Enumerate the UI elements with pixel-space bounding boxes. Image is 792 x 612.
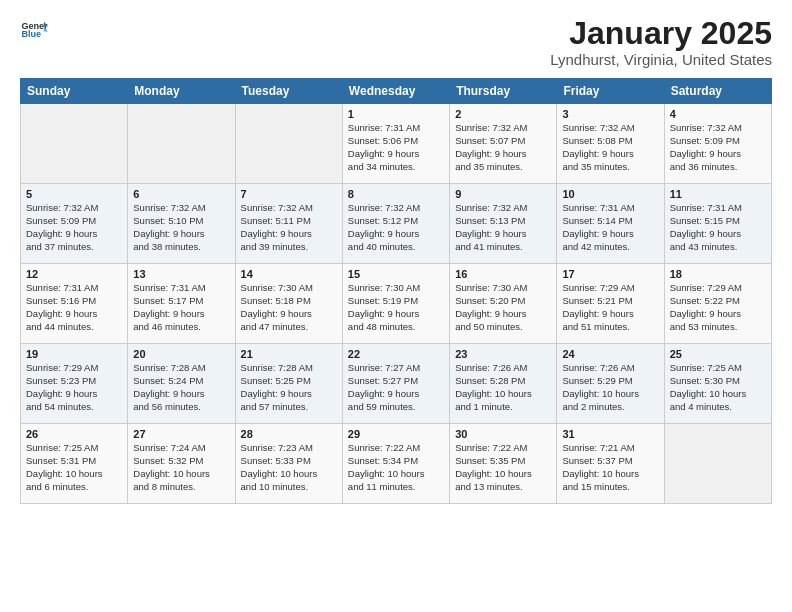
header-cell-thursday: Thursday	[450, 79, 557, 104]
day-number: 15	[348, 268, 444, 280]
day-number: 5	[26, 188, 122, 200]
day-number: 24	[562, 348, 658, 360]
calendar-cell: 13Sunrise: 7:31 AM Sunset: 5:17 PM Dayli…	[128, 264, 235, 344]
calendar-cell: 2Sunrise: 7:32 AM Sunset: 5:07 PM Daylig…	[450, 104, 557, 184]
calendar-week-2: 5Sunrise: 7:32 AM Sunset: 5:09 PM Daylig…	[21, 184, 772, 264]
day-number: 3	[562, 108, 658, 120]
header: General Blue January 2025 Lyndhurst, Vir…	[20, 16, 772, 68]
day-number: 27	[133, 428, 229, 440]
day-info: Sunrise: 7:31 AM Sunset: 5:16 PM Dayligh…	[26, 282, 122, 333]
day-number: 18	[670, 268, 766, 280]
day-number: 1	[348, 108, 444, 120]
calendar-header-row: SundayMondayTuesdayWednesdayThursdayFrid…	[21, 79, 772, 104]
header-cell-monday: Monday	[128, 79, 235, 104]
day-info: Sunrise: 7:29 AM Sunset: 5:22 PM Dayligh…	[670, 282, 766, 333]
day-info: Sunrise: 7:32 AM Sunset: 5:09 PM Dayligh…	[670, 122, 766, 173]
day-info: Sunrise: 7:22 AM Sunset: 5:35 PM Dayligh…	[455, 442, 551, 493]
calendar-cell: 17Sunrise: 7:29 AM Sunset: 5:21 PM Dayli…	[557, 264, 664, 344]
day-info: Sunrise: 7:31 AM Sunset: 5:17 PM Dayligh…	[133, 282, 229, 333]
day-info: Sunrise: 7:24 AM Sunset: 5:32 PM Dayligh…	[133, 442, 229, 493]
day-number: 8	[348, 188, 444, 200]
calendar-cell: 3Sunrise: 7:32 AM Sunset: 5:08 PM Daylig…	[557, 104, 664, 184]
day-info: Sunrise: 7:26 AM Sunset: 5:29 PM Dayligh…	[562, 362, 658, 413]
month-title: January 2025	[550, 16, 772, 51]
day-number: 19	[26, 348, 122, 360]
day-info: Sunrise: 7:32 AM Sunset: 5:13 PM Dayligh…	[455, 202, 551, 253]
calendar-cell: 5Sunrise: 7:32 AM Sunset: 5:09 PM Daylig…	[21, 184, 128, 264]
calendar-cell: 6Sunrise: 7:32 AM Sunset: 5:10 PM Daylig…	[128, 184, 235, 264]
calendar-cell: 27Sunrise: 7:24 AM Sunset: 5:32 PM Dayli…	[128, 424, 235, 504]
day-info: Sunrise: 7:28 AM Sunset: 5:24 PM Dayligh…	[133, 362, 229, 413]
day-info: Sunrise: 7:28 AM Sunset: 5:25 PM Dayligh…	[241, 362, 337, 413]
day-info: Sunrise: 7:31 AM Sunset: 5:14 PM Dayligh…	[562, 202, 658, 253]
calendar-cell: 10Sunrise: 7:31 AM Sunset: 5:14 PM Dayli…	[557, 184, 664, 264]
day-number: 7	[241, 188, 337, 200]
header-cell-wednesday: Wednesday	[342, 79, 449, 104]
day-info: Sunrise: 7:32 AM Sunset: 5:09 PM Dayligh…	[26, 202, 122, 253]
day-number: 17	[562, 268, 658, 280]
calendar-cell: 23Sunrise: 7:26 AM Sunset: 5:28 PM Dayli…	[450, 344, 557, 424]
title-area: January 2025 Lyndhurst, Virginia, United…	[550, 16, 772, 68]
calendar-cell: 11Sunrise: 7:31 AM Sunset: 5:15 PM Dayli…	[664, 184, 771, 264]
calendar-cell: 30Sunrise: 7:22 AM Sunset: 5:35 PM Dayli…	[450, 424, 557, 504]
header-cell-tuesday: Tuesday	[235, 79, 342, 104]
calendar-cell: 31Sunrise: 7:21 AM Sunset: 5:37 PM Dayli…	[557, 424, 664, 504]
calendar-cell: 8Sunrise: 7:32 AM Sunset: 5:12 PM Daylig…	[342, 184, 449, 264]
day-number: 20	[133, 348, 229, 360]
calendar-week-1: 1Sunrise: 7:31 AM Sunset: 5:06 PM Daylig…	[21, 104, 772, 184]
day-number: 23	[455, 348, 551, 360]
location-title: Lyndhurst, Virginia, United States	[550, 51, 772, 68]
day-info: Sunrise: 7:21 AM Sunset: 5:37 PM Dayligh…	[562, 442, 658, 493]
calendar-week-5: 26Sunrise: 7:25 AM Sunset: 5:31 PM Dayli…	[21, 424, 772, 504]
day-number: 29	[348, 428, 444, 440]
calendar-cell: 16Sunrise: 7:30 AM Sunset: 5:20 PM Dayli…	[450, 264, 557, 344]
day-info: Sunrise: 7:32 AM Sunset: 5:12 PM Dayligh…	[348, 202, 444, 253]
day-info: Sunrise: 7:30 AM Sunset: 5:20 PM Dayligh…	[455, 282, 551, 333]
day-number: 2	[455, 108, 551, 120]
calendar-cell: 7Sunrise: 7:32 AM Sunset: 5:11 PM Daylig…	[235, 184, 342, 264]
calendar-cell: 4Sunrise: 7:32 AM Sunset: 5:09 PM Daylig…	[664, 104, 771, 184]
day-number: 26	[26, 428, 122, 440]
calendar-cell: 12Sunrise: 7:31 AM Sunset: 5:16 PM Dayli…	[21, 264, 128, 344]
day-number: 21	[241, 348, 337, 360]
calendar-cell: 24Sunrise: 7:26 AM Sunset: 5:29 PM Dayli…	[557, 344, 664, 424]
logo: General Blue	[20, 16, 48, 44]
calendar-cell: 19Sunrise: 7:29 AM Sunset: 5:23 PM Dayli…	[21, 344, 128, 424]
day-number: 13	[133, 268, 229, 280]
day-number: 30	[455, 428, 551, 440]
svg-text:Blue: Blue	[21, 29, 41, 39]
day-number: 28	[241, 428, 337, 440]
day-info: Sunrise: 7:25 AM Sunset: 5:31 PM Dayligh…	[26, 442, 122, 493]
day-number: 12	[26, 268, 122, 280]
day-info: Sunrise: 7:32 AM Sunset: 5:10 PM Dayligh…	[133, 202, 229, 253]
calendar-cell	[664, 424, 771, 504]
day-info: Sunrise: 7:31 AM Sunset: 5:15 PM Dayligh…	[670, 202, 766, 253]
day-info: Sunrise: 7:31 AM Sunset: 5:06 PM Dayligh…	[348, 122, 444, 173]
day-number: 9	[455, 188, 551, 200]
day-number: 31	[562, 428, 658, 440]
day-number: 14	[241, 268, 337, 280]
day-info: Sunrise: 7:23 AM Sunset: 5:33 PM Dayligh…	[241, 442, 337, 493]
header-cell-friday: Friday	[557, 79, 664, 104]
day-info: Sunrise: 7:29 AM Sunset: 5:23 PM Dayligh…	[26, 362, 122, 413]
day-info: Sunrise: 7:32 AM Sunset: 5:11 PM Dayligh…	[241, 202, 337, 253]
day-info: Sunrise: 7:32 AM Sunset: 5:07 PM Dayligh…	[455, 122, 551, 173]
day-number: 25	[670, 348, 766, 360]
day-info: Sunrise: 7:25 AM Sunset: 5:30 PM Dayligh…	[670, 362, 766, 413]
day-number: 6	[133, 188, 229, 200]
day-number: 11	[670, 188, 766, 200]
day-info: Sunrise: 7:22 AM Sunset: 5:34 PM Dayligh…	[348, 442, 444, 493]
header-cell-sunday: Sunday	[21, 79, 128, 104]
day-info: Sunrise: 7:26 AM Sunset: 5:28 PM Dayligh…	[455, 362, 551, 413]
calendar-cell: 20Sunrise: 7:28 AM Sunset: 5:24 PM Dayli…	[128, 344, 235, 424]
day-info: Sunrise: 7:30 AM Sunset: 5:18 PM Dayligh…	[241, 282, 337, 333]
calendar-cell: 25Sunrise: 7:25 AM Sunset: 5:30 PM Dayli…	[664, 344, 771, 424]
day-number: 16	[455, 268, 551, 280]
calendar-table: SundayMondayTuesdayWednesdayThursdayFrid…	[20, 78, 772, 504]
day-info: Sunrise: 7:32 AM Sunset: 5:08 PM Dayligh…	[562, 122, 658, 173]
calendar-cell: 14Sunrise: 7:30 AM Sunset: 5:18 PM Dayli…	[235, 264, 342, 344]
day-info: Sunrise: 7:30 AM Sunset: 5:19 PM Dayligh…	[348, 282, 444, 333]
calendar-cell: 18Sunrise: 7:29 AM Sunset: 5:22 PM Dayli…	[664, 264, 771, 344]
calendar-cell: 28Sunrise: 7:23 AM Sunset: 5:33 PM Dayli…	[235, 424, 342, 504]
calendar-cell: 1Sunrise: 7:31 AM Sunset: 5:06 PM Daylig…	[342, 104, 449, 184]
